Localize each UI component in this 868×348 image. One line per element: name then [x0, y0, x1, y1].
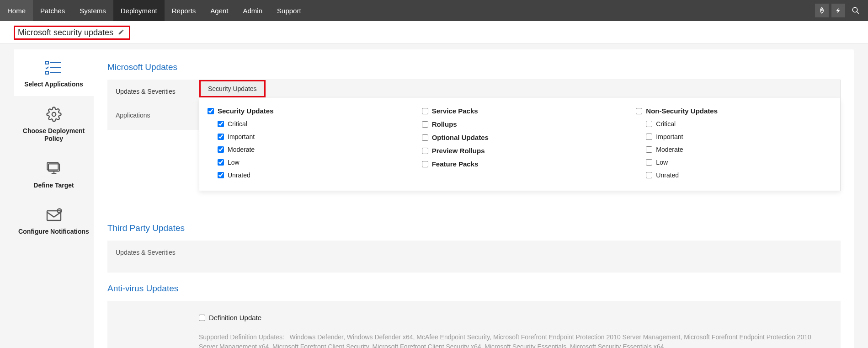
- ms-updates-panel: Updates & Severities Applications Securi…: [107, 80, 841, 130]
- page-title-bar: Microsoft security updates: [0, 21, 868, 43]
- content-area: Select Applications Choose Deployment Po…: [0, 43, 868, 348]
- checkbox-label: Rollups: [432, 120, 457, 128]
- checkbox-input[interactable]: [218, 121, 224, 127]
- wizard-step-label: Choose Deployment Policy: [18, 127, 89, 143]
- checkbox-input[interactable]: [422, 108, 428, 114]
- checkbox-ns-important[interactable]: Important: [636, 130, 832, 143]
- antivirus-panel: Definition Update Supported Definition U…: [107, 301, 841, 348]
- checkbox-input[interactable]: [646, 159, 652, 166]
- search-icon[interactable]: [848, 4, 863, 17]
- bolt-icon[interactable]: [831, 4, 845, 17]
- checkbox-input[interactable]: [218, 134, 224, 140]
- main-panel: Microsoft Updates Updates & Severities A…: [94, 49, 854, 348]
- left-tab-tp-updates-severities[interactable]: Updates & Severities: [107, 241, 199, 264]
- edit-title-icon[interactable]: [118, 29, 124, 37]
- checkbox-ns-moderate[interactable]: Moderate: [636, 143, 832, 156]
- section-title-third-party: Third Party Updates: [107, 223, 841, 233]
- checkbox-input[interactable]: [422, 161, 428, 167]
- ms-panel-left-tabs: Updates & Severities Applications: [107, 80, 199, 130]
- left-tab-applications[interactable]: Applications: [107, 103, 199, 127]
- checkbox-input[interactable]: [218, 159, 224, 166]
- nav-support[interactable]: Support: [270, 0, 309, 21]
- left-tab-updates-severities[interactable]: Updates & Severities: [107, 80, 199, 103]
- nav-home[interactable]: Home: [0, 0, 33, 21]
- checkbox-input[interactable]: [422, 121, 428, 128]
- checkbox-ns-low[interactable]: Low: [636, 156, 832, 169]
- checkbox-moderate[interactable]: Moderate: [208, 143, 404, 156]
- checkbox-security-updates[interactable]: Security Updates: [208, 104, 404, 118]
- wizard-step-select-applications[interactable]: Select Applications: [14, 49, 94, 96]
- checkbox-label: Security Updates: [218, 107, 274, 115]
- checkbox-label: Important: [656, 133, 683, 140]
- checkbox-ns-critical[interactable]: Critical: [636, 118, 832, 130]
- rocket-icon[interactable]: [815, 4, 829, 17]
- checkbox-input[interactable]: [422, 134, 428, 141]
- page-title-box: Microsoft security updates: [14, 26, 130, 40]
- mail-notification-icon: [18, 206, 89, 224]
- checkbox-low[interactable]: Low: [208, 156, 404, 169]
- svg-point-1: [852, 7, 857, 12]
- wizard-step-configure-notifications[interactable]: Configure Notifications: [14, 197, 94, 243]
- checkbox-important[interactable]: Important: [208, 130, 404, 143]
- tab-security-updates[interactable]: Security Updates: [199, 80, 266, 97]
- checkbox-label: Unrated: [228, 171, 250, 179]
- checkbox-input[interactable]: [208, 108, 214, 114]
- checkbox-input[interactable]: [646, 121, 652, 127]
- gear-icon: [18, 105, 89, 123]
- supported-text: Windows Defender, Windows Defender x64, …: [199, 333, 811, 348]
- checkbox-input[interactable]: [218, 146, 224, 153]
- nav-deployment[interactable]: Deployment: [113, 0, 165, 21]
- nav-tabs: Home Patches Systems Deployment Reports …: [0, 0, 309, 21]
- svg-point-8: [52, 112, 56, 116]
- section-title-antivirus: Anti-virus Updates: [107, 284, 841, 294]
- svg-rect-3: [46, 61, 48, 64]
- monitor-icon: [18, 160, 89, 178]
- checkbox-input[interactable]: [646, 146, 652, 153]
- dropdown-col-security: Security Updates Critical Important Mode…: [208, 104, 404, 182]
- checkbox-label: Preview Rollups: [432, 147, 485, 155]
- checkbox-preview-rollups[interactable]: Preview Rollups: [422, 144, 618, 157]
- svg-line-2: [857, 11, 859, 14]
- checkbox-input[interactable]: [199, 315, 205, 321]
- checkbox-definition-update[interactable]: Definition Update: [199, 311, 827, 324]
- dropdown-col-nonsecurity: Non-Security Updates Critical Important …: [636, 104, 832, 182]
- checkbox-critical[interactable]: Critical: [208, 118, 404, 130]
- checkbox-label: Important: [228, 133, 255, 140]
- checkbox-optional-updates[interactable]: Optional Updates: [422, 131, 618, 144]
- checkbox-ns-unrated[interactable]: Unrated: [636, 169, 832, 182]
- checkbox-input[interactable]: [636, 108, 642, 114]
- checkbox-label: Moderate: [656, 146, 683, 153]
- checkbox-label: Definition Update: [209, 314, 261, 321]
- checkbox-input[interactable]: [646, 134, 652, 140]
- checkbox-label: Non-Security Updates: [646, 107, 718, 115]
- nav-reports[interactable]: Reports: [165, 0, 203, 21]
- svg-point-0: [821, 9, 823, 11]
- checkbox-input[interactable]: [422, 148, 428, 154]
- checkbox-input[interactable]: [646, 172, 652, 178]
- nav-systems[interactable]: Systems: [72, 0, 113, 21]
- checkbox-service-packs[interactable]: Service Packs: [422, 104, 618, 118]
- checkbox-label: Critical: [228, 120, 247, 128]
- wizard-step-define-target[interactable]: Define Target: [14, 150, 94, 197]
- nav-agent[interactable]: Agent: [203, 0, 235, 21]
- svg-rect-6: [46, 71, 48, 74]
- topbar-right: [815, 0, 868, 21]
- checkbox-non-security-updates[interactable]: Non-Security Updates: [636, 104, 832, 118]
- checkbox-unrated[interactable]: Unrated: [208, 169, 404, 182]
- checkbox-label: Feature Packs: [432, 160, 479, 168]
- checkbox-rollups[interactable]: Rollups: [422, 118, 618, 131]
- wizard-step-label: Define Target: [18, 182, 89, 190]
- checkbox-label: Service Packs: [432, 107, 478, 115]
- page-title: Microsoft security updates: [18, 28, 113, 37]
- third-party-panel: Updates & Severities: [107, 241, 841, 273]
- nav-patches[interactable]: Patches: [33, 0, 72, 21]
- wizard-step-label: Select Applications: [18, 80, 89, 89]
- checkbox-label: Low: [656, 159, 668, 166]
- wizard-step-label: Configure Notifications: [18, 228, 89, 236]
- nav-admin[interactable]: Admin: [236, 0, 270, 21]
- wizard-step-choose-deployment-policy[interactable]: Choose Deployment Policy: [14, 96, 94, 150]
- select-applications-icon: [18, 59, 89, 77]
- checkbox-feature-packs[interactable]: Feature Packs: [422, 157, 618, 171]
- checkbox-input[interactable]: [218, 172, 224, 178]
- dropdown-col-packs: Service Packs Rollups Optional Updates P…: [422, 104, 618, 182]
